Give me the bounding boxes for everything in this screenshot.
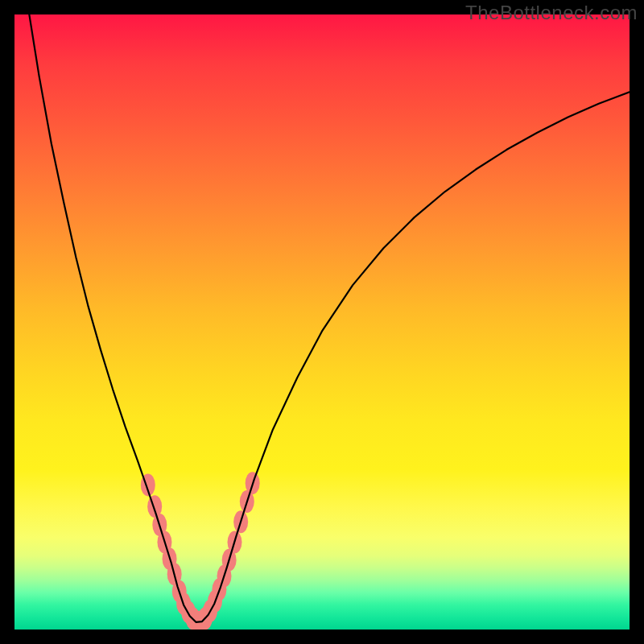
curve-path — [29, 14, 630, 622]
watermark-text: TheBottleneck.com — [465, 2, 638, 24]
blob-markers-group — [141, 472, 260, 630]
chart-svg — [14, 14, 630, 630]
chart-frame: TheBottleneck.com — [0, 0, 644, 644]
plot-area — [14, 14, 630, 630]
